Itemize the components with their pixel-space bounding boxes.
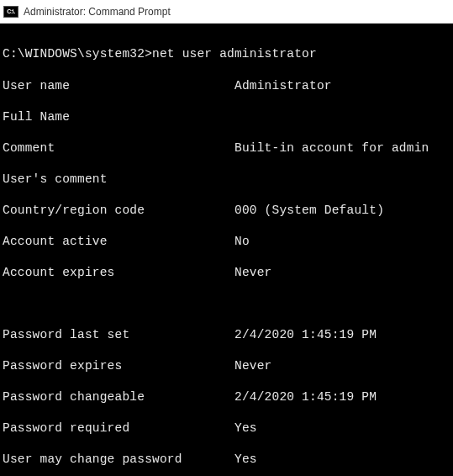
window-titlebar[interactable]: C:\. Administrator: Command Prompt (0, 0, 453, 24)
value-user-may-change: Yes (234, 452, 453, 468)
window-title: Administrator: Command Prompt (24, 6, 171, 18)
prompt-path: C:\WINDOWS\system32> (3, 47, 152, 61)
label-account-active: Account active (3, 234, 234, 250)
value-full-name (234, 109, 453, 125)
label-comment: Comment (3, 140, 234, 156)
value-country-region: 000 (System Default) (234, 203, 453, 219)
label-password-required: Password required (3, 420, 234, 436)
label-password-changeable: Password changeable (3, 389, 234, 405)
value-password-required: Yes (234, 420, 453, 436)
value-account-expires: Never (234, 265, 453, 281)
label-account-expires: Account expires (3, 265, 234, 281)
value-comment: Built-in account for admin (234, 140, 453, 156)
cmd-icon: C:\. (3, 6, 18, 18)
value-password-expires: Never (234, 358, 453, 374)
value-account-active: No (234, 234, 453, 250)
value-password-changeable: ‎2/‎4/‎2020 1:45:19 PM (234, 389, 453, 405)
label-country-region: Country/region code (3, 203, 234, 219)
blank-line (3, 296, 453, 311)
terminal-output[interactable]: C:\WINDOWS\system32>net user administrat… (0, 24, 453, 476)
value-user-name: Administrator (234, 78, 453, 94)
value-password-last-set: ‎2/‎4/‎2020 1:45:19 PM (234, 327, 453, 343)
label-password-expires: Password expires (3, 358, 234, 374)
label-user-name: User name (3, 78, 234, 94)
label-full-name: Full Name (3, 109, 234, 125)
value-users-comment (234, 172, 453, 188)
label-users-comment: User's comment (3, 172, 234, 188)
label-user-may-change: User may change password (3, 452, 234, 468)
label-password-last-set: Password last set (3, 327, 234, 343)
prompt-command: net user administrator (152, 47, 317, 61)
